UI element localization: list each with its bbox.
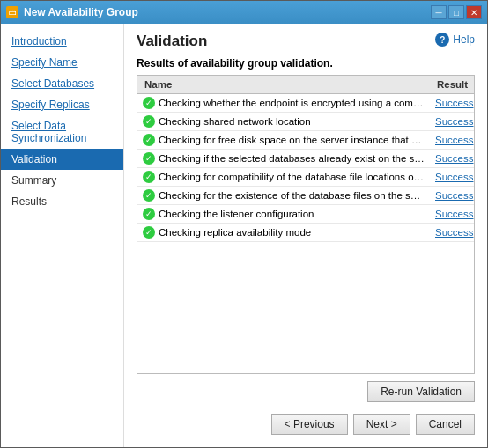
results-table: Name Result ✓Checking whether the endpoi… bbox=[137, 76, 475, 242]
next-button[interactable]: Next > bbox=[353, 414, 410, 435]
sidebar-item-validation: Validation bbox=[1, 149, 123, 170]
main-window: 🗃 New Availability Group ─ □ ✕ Introduct… bbox=[0, 0, 488, 448]
window-title: New Availability Group bbox=[24, 6, 138, 18]
sidebar: IntroductionSpecify NameSelect Databases… bbox=[1, 24, 124, 447]
row-name: Checking the listener configuration bbox=[159, 209, 425, 219]
cancel-button[interactable]: Cancel bbox=[416, 414, 475, 435]
content-area: IntroductionSpecify NameSelect Databases… bbox=[1, 24, 487, 447]
row-result[interactable]: Success bbox=[430, 205, 475, 224]
results-table-container: Name Result ✓Checking whether the endpoi… bbox=[137, 75, 475, 374]
table-body: ✓Checking whether the endpoint is encryp… bbox=[137, 94, 475, 242]
row-name: Checking for the existence of the databa… bbox=[159, 190, 425, 201]
check-icon: ✓ bbox=[143, 115, 155, 128]
check-icon: ✓ bbox=[143, 226, 155, 239]
table-row: ✓Checking whether the endpoint is encryp… bbox=[137, 94, 475, 113]
row-name: Checking shared network location bbox=[159, 116, 425, 127]
rerun-button[interactable]: Re-run Validation bbox=[367, 381, 475, 402]
row-name: Checking whether the endpoint is encrypt… bbox=[159, 98, 425, 108]
results-label: Results of availability group validation… bbox=[137, 57, 475, 70]
check-icon: ✓ bbox=[143, 134, 155, 146]
window-icon: 🗃 bbox=[6, 6, 18, 18]
title-buttons: ─ □ ✕ bbox=[431, 5, 482, 19]
row-result[interactable]: Success bbox=[430, 113, 475, 131]
col-name: Name bbox=[137, 76, 430, 94]
footer-buttons: < Previous Next > Cancel bbox=[137, 408, 475, 438]
sidebar-item-introduction[interactable]: Introduction bbox=[1, 31, 123, 52]
page-title: Validation bbox=[137, 33, 207, 50]
table-row: ✓Checking if the selected databases alre… bbox=[137, 150, 475, 168]
check-icon: ✓ bbox=[143, 189, 155, 202]
check-icon: ✓ bbox=[143, 171, 155, 183]
table-header: Name Result bbox=[137, 76, 475, 94]
previous-button[interactable]: < Previous bbox=[271, 414, 348, 435]
row-result[interactable]: Success bbox=[430, 187, 475, 205]
row-name: Checking if the selected databases alrea… bbox=[159, 153, 425, 164]
sidebar-item-select-databases[interactable]: Select Databases bbox=[1, 73, 123, 94]
maximize-button[interactable]: □ bbox=[448, 5, 464, 19]
help-label: Help bbox=[453, 33, 475, 46]
table-row: ✓Checking the listener configurationSucc… bbox=[137, 205, 475, 224]
check-icon: ✓ bbox=[143, 208, 155, 220]
minimize-button[interactable]: ─ bbox=[431, 5, 447, 19]
main-panel: Validation ? Help Results of availabilit… bbox=[124, 24, 487, 447]
row-result[interactable]: Success bbox=[430, 150, 475, 168]
row-result[interactable]: Success bbox=[430, 131, 475, 150]
check-icon: ✓ bbox=[143, 152, 155, 165]
title-bar: 🗃 New Availability Group ─ □ ✕ bbox=[1, 1, 487, 24]
rerun-row: Re-run Validation bbox=[137, 381, 475, 402]
close-button[interactable]: ✕ bbox=[466, 5, 482, 19]
table-row: ✓Checking shared network locationSuccess bbox=[137, 113, 475, 131]
main-header: Validation ? Help bbox=[137, 33, 475, 50]
row-result[interactable]: Success bbox=[430, 94, 475, 113]
sidebar-item-summary: Summary bbox=[1, 170, 123, 191]
col-result: Result bbox=[430, 76, 475, 94]
help-icon: ? bbox=[435, 33, 449, 47]
sidebar-item-specify-name[interactable]: Specify Name bbox=[1, 52, 123, 73]
title-bar-left: 🗃 New Availability Group bbox=[6, 6, 138, 18]
sidebar-item-results: Results bbox=[1, 191, 123, 212]
table-row: ✓Checking for free disk space on the ser… bbox=[137, 131, 475, 150]
table-row: ✓Checking for compatibility of the datab… bbox=[137, 168, 475, 187]
row-result[interactable]: Success bbox=[430, 224, 475, 242]
help-link[interactable]: ? Help bbox=[435, 33, 475, 47]
row-name: Checking replica availability mode bbox=[159, 227, 425, 238]
row-name: Checking for free disk space on the serv… bbox=[159, 135, 425, 145]
table-row: ✓Checking for the existence of the datab… bbox=[137, 187, 475, 205]
bottom-area: Re-run Validation < Previous Next > Canc… bbox=[137, 374, 475, 438]
check-icon: ✓ bbox=[143, 97, 155, 109]
sidebar-item-specify-replicas[interactable]: Specify Replicas bbox=[1, 94, 123, 115]
row-name: Checking for compatibility of the databa… bbox=[159, 172, 425, 182]
table-row: ✓Checking replica availability modeSucce… bbox=[137, 224, 475, 242]
row-result[interactable]: Success bbox=[430, 168, 475, 187]
sidebar-item-select-data-synchronization[interactable]: Select Data Synchronization bbox=[1, 115, 123, 149]
